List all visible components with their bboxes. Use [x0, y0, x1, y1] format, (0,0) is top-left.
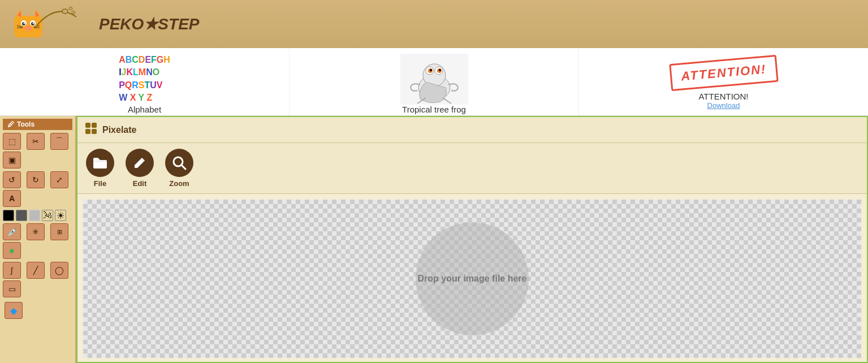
svg-point-26 [439, 69, 441, 71]
tools-icon: 🖊 [7, 120, 14, 128]
edit-label: Edit [133, 179, 147, 188]
sparkle-tool[interactable]: ✳ [27, 223, 45, 240]
header: PEKO★STEP [0, 0, 868, 48]
svg-rect-29 [85, 129, 90, 134]
attention-title: ATTENTION! [698, 92, 748, 101]
svg-point-16 [62, 9, 68, 14]
edit-btn-circle[interactable] [126, 149, 154, 177]
tools-grid-1: ⬚ ✂ ⌒ ▣ [3, 133, 72, 168]
attention-stamp: ATTENTION! [669, 54, 778, 90]
pixelate-header: Pixelate [77, 117, 867, 143]
attention-content: ATTENTION! [670, 54, 778, 92]
tools-grid-2: ↺ ↻ ⤢ A [3, 171, 72, 207]
color-light-gray[interactable] [29, 210, 40, 221]
resize-tool[interactable]: ⤢ [50, 171, 68, 188]
zoom-btn-circle[interactable] [165, 149, 193, 177]
file-btn-circle[interactable] [86, 149, 114, 177]
canvas-drop-area[interactable]: Drop your image file here [83, 200, 861, 358]
scissors-tool[interactable]: ✂ [27, 133, 45, 150]
pixelate-panel: Pixelate File [76, 116, 868, 363]
paw-decoration [34, 6, 79, 28]
tools-grid-shapes: ∫ ╱ ◯ ▭ [3, 262, 72, 297]
color-swatches: 🌬 ☀ [3, 210, 72, 221]
tools-header: 🖊 Tools [3, 119, 72, 130]
edit-toolbar-btn[interactable]: Edit [126, 149, 154, 188]
eyedropper-tool[interactable]: 💉 [3, 223, 21, 240]
text-tool[interactable]: A [3, 190, 21, 207]
airbrush-tool[interactable]: 🌬 [42, 210, 53, 221]
alphabet-label: Alphabet [128, 105, 161, 114]
nav-item-frog[interactable]: Tropical tree frog Download [290, 48, 579, 115]
sidebar-tools: 🖊 Tools ⬚ ✂ ⌒ ▣ ↺ ↻ ⤢ A 🌬 ☀ 💉 ✳ [0, 116, 76, 363]
checkerboard-tool[interactable]: ⊞ [50, 223, 68, 240]
pixelate-title: Pixelate [102, 125, 136, 135]
svg-point-25 [430, 69, 432, 71]
nav-item-alphabet[interactable]: ABCDEFGH IJKLMNO PQRSTUV W X Y Z Alphabe… [0, 48, 290, 115]
drop-text: Drop your image file here [418, 274, 527, 284]
rotate-cw-tool[interactable]: ↻ [27, 171, 45, 188]
file-toolbar-btn[interactable]: File [86, 149, 114, 188]
svg-point-17 [69, 7, 72, 10]
diamond-row: ◆ [3, 300, 72, 321]
pixelate-icon [84, 122, 98, 138]
diamond-tool[interactable]: ◆ [5, 302, 23, 319]
drop-circle: Drop your image file here [416, 222, 529, 335]
svg-line-33 [182, 165, 185, 169]
tools-label: Tools [17, 120, 34, 128]
rect-tool[interactable]: ▭ [3, 280, 21, 297]
svg-rect-28 [92, 123, 97, 128]
svg-point-11 [25, 26, 32, 31]
circle-tool[interactable]: ● [3, 242, 21, 259]
logo-text: PEKO★STEP [99, 15, 199, 33]
lasso-tool[interactable]: ⌒ [50, 133, 68, 150]
curve-tool[interactable]: ∫ [3, 262, 21, 279]
file-label: File [94, 179, 106, 188]
svg-point-9 [24, 22, 25, 24]
rotate-ccw-tool[interactable]: ↺ [3, 171, 21, 188]
marquee-tool[interactable]: ⬚ [3, 133, 21, 150]
frog-title: Tropical tree frog [402, 105, 466, 114]
svg-rect-30 [92, 129, 97, 134]
alphabet-display: ABCDEFGH IJKLMNO PQRSTUV W X Y Z [119, 54, 170, 105]
frog-image [400, 54, 468, 105]
nav-bar: ABCDEFGH IJKLMNO PQRSTUV W X Y Z Alphabe… [0, 48, 868, 116]
color-black[interactable] [3, 210, 14, 221]
alphabet-content: ABCDEFGH IJKLMNO PQRSTUV W X Y Z [119, 54, 170, 105]
nav-item-attention[interactable]: ATTENTION! ATTENTION! Download [579, 48, 868, 115]
pixelate-toolbar: File Edit [77, 143, 867, 194]
zoom-label: Zoom [169, 179, 189, 188]
attention-download[interactable]: Download [707, 101, 740, 110]
zoom-toolbar-btn[interactable]: Zoom [165, 149, 193, 188]
svg-point-18 [72, 11, 75, 14]
ellipse-tool[interactable]: ◯ [50, 262, 68, 279]
tools-grid-3: 💉 ✳ ⊞ ● [3, 223, 72, 259]
logo: PEKO★STEP [11, 7, 199, 41]
brightness-tool[interactable]: ☀ [55, 210, 66, 221]
crop-tool[interactable]: ▣ [3, 152, 21, 168]
main-content: 🖊 Tools ⬚ ✂ ⌒ ▣ ↺ ↻ ⤢ A 🌬 ☀ 💉 ✳ [0, 116, 868, 363]
line-tool[interactable]: ╱ [27, 262, 45, 279]
frog-content [400, 54, 468, 105]
svg-rect-27 [85, 123, 90, 128]
color-gray[interactable] [16, 210, 27, 221]
